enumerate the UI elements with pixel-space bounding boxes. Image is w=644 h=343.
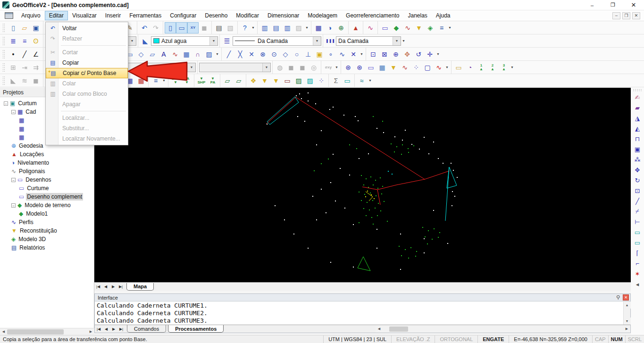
scroll-left-icon[interactable]: ◀ xyxy=(0,328,7,335)
measure-angle-icon[interactable]: ◔ xyxy=(464,62,476,73)
tree-expander-icon[interactable]: – xyxy=(11,203,16,208)
measure-ruler-icon[interactable]: ▭ xyxy=(453,62,464,73)
tile-horizontal-icon[interactable]: ▤ xyxy=(270,22,282,33)
child-minimize-icon[interactable]: – xyxy=(612,12,620,19)
array-rect-icon[interactable]: ▣ xyxy=(632,144,643,154)
draw-parallelogram-icon[interactable]: ▱ xyxy=(147,49,158,60)
zoom-all-icon[interactable]: ✛ xyxy=(424,49,435,60)
tree-item-modelo-3d[interactable]: ◈Modelo 3D xyxy=(0,235,94,243)
chevron-down-icon[interactable]: ▼ xyxy=(313,37,321,45)
help-dropdown-icon[interactable]: ▼ xyxy=(251,22,256,33)
chevron-down-icon[interactable]: ▼ xyxy=(393,37,401,45)
draw-polyline-icon[interactable]: ∠ xyxy=(30,49,42,60)
break-icon[interactable]: ▭ xyxy=(632,227,643,237)
scroll-left-icon[interactable]: ◀ xyxy=(376,326,383,333)
scroll-left-mini-icon[interactable]: ◂ xyxy=(632,279,643,289)
menu-arquivo[interactable]: Arquivo xyxy=(17,11,45,20)
tab-nav-prev-icon[interactable]: ◀ xyxy=(102,325,110,333)
windows-dropdown-icon[interactable]: ▼ xyxy=(304,22,309,33)
linetype-combo[interactable]: Da Camada▼ xyxy=(233,36,321,46)
chevron-down-icon[interactable]: ▼ xyxy=(128,37,136,45)
view-caderneta-icon[interactable]: ▦ xyxy=(313,22,324,33)
lineweight-combo[interactable]: Da Camada▼ xyxy=(336,36,401,46)
snap-endpoint-icon[interactable]: ╱ xyxy=(223,49,234,60)
draw-spline-icon[interactable]: ∿ xyxy=(169,49,181,60)
label-tag-icon[interactable]: ❖ xyxy=(248,75,259,86)
menu-item-refazer[interactable]: ↷Refazer xyxy=(46,33,128,44)
status-engate[interactable]: ENGATE xyxy=(477,335,509,343)
tab-mapa[interactable]: Mapa xyxy=(126,283,154,291)
calc-square-1-icon[interactable]: ◼ xyxy=(285,62,297,73)
extend-icon[interactable]: ⊢ xyxy=(632,217,643,227)
mirror-icon[interactable]: ◭ xyxy=(632,123,643,134)
snap-nearest-icon[interactable]: ∿ xyxy=(336,49,348,60)
view-desenho-icon[interactable]: ▭ xyxy=(379,22,391,33)
view-geodesia-globe-icon[interactable]: ⊕ xyxy=(335,22,347,33)
draw-hatch-icon[interactable]: ▨ xyxy=(203,49,215,60)
new-file-icon[interactable]: ▯ xyxy=(8,22,19,33)
menu-ferramentas[interactable]: Ferramentas xyxy=(125,11,166,20)
toolbar-drag-handle[interactable] xyxy=(633,89,642,91)
chamfer-icon[interactable]: ⌐ xyxy=(632,258,643,268)
zoom-window-icon[interactable]: ⊡ xyxy=(368,49,379,60)
view-poligonais-icon[interactable]: ∿ xyxy=(365,22,376,33)
lineweight-icon-icon[interactable]: ❚❚❚ xyxy=(325,35,336,47)
points-blue-icon[interactable]: ⁘ xyxy=(316,75,327,86)
image-view-icon[interactable]: ▦ xyxy=(376,62,388,73)
menu-ajuda[interactable]: Ajuda xyxy=(432,11,455,20)
arrange-windows-icon[interactable]: ▨ xyxy=(293,22,304,33)
draw-line-icon[interactable]: ╱ xyxy=(19,49,30,60)
open-file-icon[interactable]: ▱ xyxy=(19,22,30,33)
filter-edit-icon[interactable]: ▼ xyxy=(270,75,282,86)
filter-add-icon[interactable]: ▼ xyxy=(259,75,270,86)
chevron-down-icon[interactable]: ▼ xyxy=(262,63,270,72)
snap-quadrant-icon[interactable]: ◇ xyxy=(280,49,291,60)
tree-expander-icon[interactable]: – xyxy=(11,178,16,182)
join-icon[interactable]: ▭ xyxy=(632,237,643,248)
menu-modificar[interactable]: Modificar xyxy=(232,11,263,20)
pan-hand-icon[interactable]: ✥ xyxy=(401,49,413,60)
draw-polygon-icon[interactable]: ◇ xyxy=(135,49,147,60)
status-elevation[interactable]: ELEVAÇÃO .Z xyxy=(391,335,435,343)
cad-canvas[interactable] xyxy=(94,88,631,282)
map-nav-next-icon[interactable]: ▶ xyxy=(109,283,117,291)
drawing-window-icon[interactable]: ▭ xyxy=(365,62,376,73)
toolbar-drag-handle[interactable] xyxy=(2,36,5,46)
insert-image-icon[interactable]: ▦ xyxy=(181,49,192,60)
draw-text-icon[interactable]: A xyxy=(158,49,169,60)
pill-tool-icon[interactable]: ▭ xyxy=(342,75,353,86)
menu-editar[interactable]: Editar xyxy=(45,11,68,20)
layer-properties-icon[interactable]: ≣ xyxy=(8,35,19,47)
view-nivelamento-icon[interactable]: ◑ xyxy=(324,22,335,33)
snap-node-icon[interactable]: ∘ xyxy=(325,49,336,60)
sigma-dropdown-icon[interactable]: ▼ xyxy=(334,62,339,73)
scrollbar-thumb[interactable] xyxy=(389,326,408,332)
selection-box-icon[interactable]: ▢ xyxy=(422,62,433,73)
gray-crop-icon[interactable]: ◣ xyxy=(8,75,19,86)
linetype-icon-icon[interactable]: ☰ xyxy=(221,35,233,47)
view-perfis-icon[interactable]: ∿ xyxy=(402,22,413,33)
window-hatch-icon[interactable]: ▭ xyxy=(282,75,293,86)
menu-item-copiar[interactable]: ▤Copiar xyxy=(46,58,128,68)
filter-bulb-icon[interactable]: ▼ xyxy=(388,62,399,73)
menu-item-localizar[interactable]: Localizar... xyxy=(46,113,128,123)
process-gear-2-icon[interactable]: ⊛ xyxy=(354,62,365,73)
snap-center-icon[interactable]: ⊙ xyxy=(268,49,280,60)
snap-tangent-icon[interactable]: ○ xyxy=(291,49,302,60)
rotate-icon[interactable]: ↻ xyxy=(632,175,643,185)
status-ortogonal[interactable]: ORTOGONAL xyxy=(435,335,477,343)
snap-intersection-icon[interactable]: ✕ xyxy=(246,49,257,60)
scale-icon[interactable]: ⊡ xyxy=(632,185,643,196)
tree-item-desenho-complemento[interactable]: ▭Desenho complement xyxy=(0,192,94,201)
toggle-extra-pane-icon[interactable]: ◼ xyxy=(199,22,210,33)
sigma-xy-icon[interactable]: σxy xyxy=(323,62,334,73)
points-combo[interactable]: ▼ xyxy=(199,63,271,72)
cascade-windows-icon[interactable]: ▥ xyxy=(259,22,270,33)
menu-dimensionar[interactable]: Dimensionar xyxy=(263,11,303,20)
scrollbar-thumb[interactable] xyxy=(7,329,64,335)
snap-dropdown-icon[interactable]: ▼ xyxy=(359,49,364,60)
menu-configurar[interactable]: Configurar xyxy=(166,11,201,20)
calc-circle-icon[interactable]: ◍ xyxy=(274,62,285,73)
child-close-icon[interactable]: ✕ xyxy=(632,12,640,19)
row-move-icon[interactable]: ⇥ xyxy=(19,62,30,73)
